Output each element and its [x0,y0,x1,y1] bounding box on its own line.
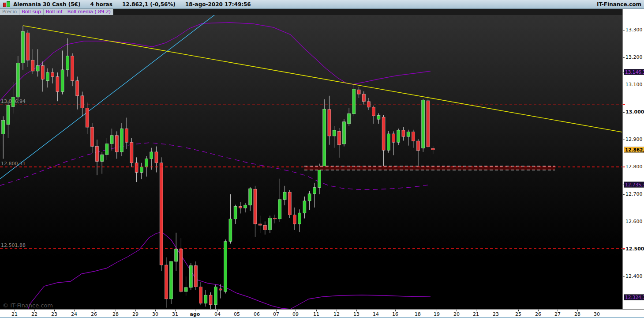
candlestick-icon [3,1,11,8]
price-tick-label: 13.300 [625,27,643,33]
price-tick-label: 13.000 [625,109,644,115]
timeframe-label: 4 horas [90,1,112,8]
date-tick-label: 27 [554,311,561,317]
chart-window: Alemania 30 Cash (5€) 4 horas 12.862,1 (… [0,0,644,318]
date-tick-label: 28 [574,311,580,317]
date-tick-label: 20 [453,311,460,317]
last-price-change: 12.862,1 (-0,56%) [122,1,176,8]
indicator-chip-boll-sup[interactable]: Boll sup [19,9,44,15]
instrument-name: Alemania 30 Cash (5€) [13,1,80,8]
bollinger-value-tag: 12.735,3 [624,182,644,188]
indicator-chip-boll-media-89-2[interactable]: Boll media ( 89 2) [65,9,113,15]
date-tick-label: 23 [51,311,57,317]
price-tick-label: 13.200 [625,54,643,60]
date-tick-label: 31 [172,311,178,317]
chart-plot-area[interactable] [0,15,622,309]
price-tick-mark [623,57,625,58]
date-tick-label: 07 [273,311,279,317]
date-tick-label: 11 [313,311,319,317]
price-tick-label: 12.400 [625,273,643,279]
price-tick-label: 13.100 [625,82,643,87]
alert-level-tick [623,248,625,249]
date-tick-label: 24 [71,311,77,317]
price-tick-mark [623,30,625,30]
price-tick-mark [623,140,625,140]
date-tick-label: 25 [515,311,521,317]
date-tick-label: 28 [112,311,119,317]
date-tick-label: 26 [535,311,541,317]
date-tick-label: ago [190,311,200,317]
bollinger-value-tag: 13.146,3 [624,69,644,75]
indicator-chip-boll-inf[interactable]: Boll inf [44,9,65,15]
price-tick-mark [623,112,625,113]
date-tick-label: 04 [214,311,221,317]
alert-level-tick [623,167,625,167]
date-tick-label: 22 [31,311,37,317]
price-tick-label: 12.800 [625,164,643,170]
price-tick-mark [623,85,625,85]
date-tick-label: 13 [353,311,359,317]
price-tick-label: 12.600 [625,219,643,224]
indicator-chip-precio[interactable]: Precio [0,9,19,15]
current-price-tag: 12.862,1 [624,147,644,153]
indicator-bar: PrecioBoll supBoll infBoll media ( 89 2) [0,9,622,15]
date-tick-label: 30 [594,311,600,317]
price-tick-label: 12.700 [625,191,643,197]
brand-logo-text: IT-Finance.com [597,1,641,8]
date-tick-label: 23 [493,311,499,317]
price-tick-mark [623,276,625,277]
date-tick-label: 05 [234,311,240,317]
date-tick-label: 19 [434,311,440,317]
price-axis[interactable]: 13.30013.20013.146,313.10013.00012.90012… [622,9,644,309]
price-tick-label: 12.900 [625,136,643,142]
title-bar: Alemania 30 Cash (5€) 4 horas 12.862,1 (… [0,0,644,9]
date-tick-label: 12 [333,311,340,317]
date-tick-label: 14 [373,311,379,317]
date-tick-label: 16 [392,311,398,317]
alert-level-tick [623,104,625,105]
date-tick-label: 29 [132,311,139,317]
price-tick-mark [623,194,625,195]
price-tick-mark [623,222,625,222]
date-tick-label: 26 [91,311,97,317]
date-tick-label: 06 [254,311,260,317]
indicator-chip-list: PrecioBoll supBoll infBoll media ( 89 2) [0,9,113,15]
date-tick-label: 21 [11,311,18,317]
last-update-datetime: 18-ago-2020 17:49:56 [185,1,251,8]
date-tick-label: 18 [415,311,421,317]
bollinger-value-tag: 12.324,3 [624,294,644,300]
date-tick-label: 30 [152,311,158,317]
price-tick-label: 12.500 [625,246,644,252]
date-tick-label: 09 [292,311,299,317]
date-tick-label: 21 [473,311,479,317]
date-axis[interactable]: 212223242628293031ago0405060709111213141… [0,309,644,318]
